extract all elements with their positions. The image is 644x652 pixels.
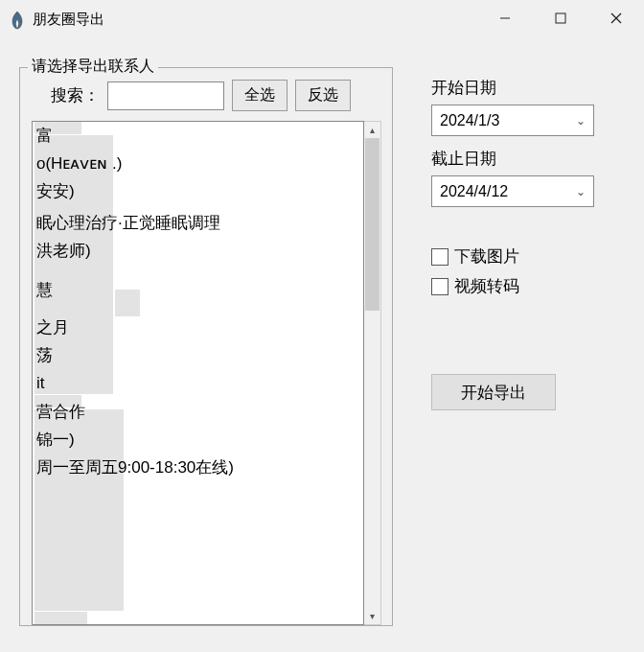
svg-rect-1 <box>556 13 565 23</box>
main-window: 朋友圈导出 请选择导出联系人 搜索： 全选 反选 <box>0 0 644 652</box>
download-images-row[interactable]: 下载图片 <box>431 245 594 268</box>
start-date-value: 2024/1/3 <box>440 112 499 129</box>
list-item[interactable]: 之月 <box>33 314 363 341</box>
close-button[interactable] <box>588 0 644 36</box>
list-item[interactable]: 眠心理治疗·正觉睡眠调理 <box>33 209 363 237</box>
start-date-label: 开始日期 <box>431 77 594 99</box>
video-transcode-label: 视频转码 <box>454 275 519 297</box>
contact-listbox-wrap: 富 o(Hᴇᴀᴠᴇɴ .) 安安) 眠心理治疗·正觉睡眠调理 洪老师) 慧 之月… <box>32 121 381 625</box>
end-date-value: 2024/4/12 <box>440 183 508 200</box>
select-all-button[interactable]: 全选 <box>232 80 288 111</box>
content-area: 请选择导出联系人 搜索： 全选 反选 富 o(Hᴇᴀ <box>0 38 644 626</box>
contact-listbox[interactable]: 富 o(Hᴇᴀᴠᴇɴ .) 安安) 眠心理治疗·正觉睡眠调理 洪老师) 慧 之月… <box>32 121 364 625</box>
end-date-combo[interactable]: 2024/4/12 ⌄ <box>431 175 594 207</box>
list-item[interactable]: 慧 <box>33 277 363 305</box>
list-item[interactable]: 荡 <box>33 341 363 369</box>
list-item[interactable]: 安安) <box>33 178 363 206</box>
list-item[interactable]: 洪老师) <box>33 237 363 265</box>
scroll-down-icon[interactable]: ▾ <box>364 608 380 624</box>
scroll-up-icon[interactable]: ▴ <box>364 122 380 138</box>
titlebar: 朋友圈导出 <box>0 0 644 38</box>
maximize-button[interactable] <box>533 0 588 36</box>
options-panel: 开始日期 2024/1/3 ⌄ 截止日期 2024/4/12 ⌄ 下载图片 视频… <box>393 48 594 626</box>
list-item[interactable]: 锦一) <box>33 426 363 454</box>
video-transcode-row[interactable]: 视频转码 <box>431 275 594 297</box>
fieldset-legend: 请选择导出联系人 <box>28 57 158 77</box>
contact-fieldset: 请选择导出联系人 搜索： 全选 反选 富 o(Hᴇᴀ <box>19 67 393 626</box>
scrollbar[interactable]: ▴ ▾ <box>364 121 381 625</box>
list-item[interactable]: o(Hᴇᴀᴠᴇɴ .) <box>33 150 363 177</box>
start-export-button[interactable]: 开始导出 <box>431 374 556 410</box>
invert-selection-button[interactable]: 反选 <box>295 80 351 111</box>
list-item[interactable]: 周一至周五9:00-18:30在线) <box>33 454 363 482</box>
search-row: 搜索： 全选 反选 <box>32 80 380 111</box>
video-transcode-checkbox[interactable] <box>431 278 448 295</box>
list-item[interactable]: 营合作 <box>33 398 363 426</box>
minimize-button[interactable] <box>477 0 533 36</box>
scroll-thumb[interactable] <box>365 138 380 311</box>
chevron-down-icon: ⌄ <box>576 114 586 128</box>
download-images-label: 下载图片 <box>454 245 519 268</box>
chevron-down-icon: ⌄ <box>576 185 586 198</box>
list-item[interactable]: 富 <box>33 122 363 150</box>
search-label: 搜索： <box>51 84 100 106</box>
window-controls <box>477 0 644 36</box>
start-date-combo[interactable]: 2024/1/3 ⌄ <box>431 105 594 136</box>
end-date-label: 截止日期 <box>431 148 594 170</box>
app-icon <box>10 11 25 30</box>
window-title: 朋友圈导出 <box>33 11 104 29</box>
download-images-checkbox[interactable] <box>431 248 448 266</box>
search-input[interactable] <box>107 82 224 110</box>
list-item[interactable]: it <box>33 370 363 398</box>
